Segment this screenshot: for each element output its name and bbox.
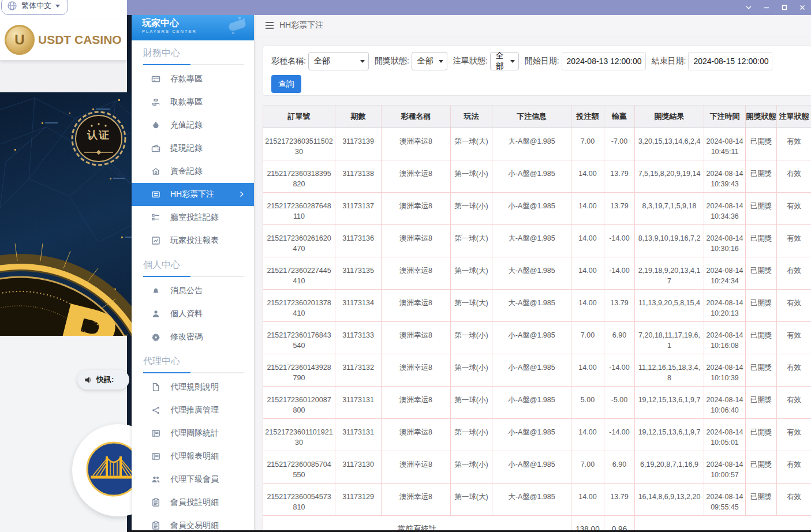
cell: 2152172360143928790 xyxy=(263,354,335,387)
cell: 小-A盤@1.985 xyxy=(492,387,571,419)
sidebar-item-recharge-records[interactable]: 充值記錄 xyxy=(132,114,254,137)
table-footer-row: 當前頁統計138.000.96 xyxy=(263,516,811,532)
sidebar-item-withdraw-zone[interactable]: 取款專區 xyxy=(132,91,254,114)
sidebar-item-hh-lottery-bets[interactable]: HH彩票下注 xyxy=(132,183,254,206)
bets-table: 訂單號期數彩種名稱玩法下注信息投注額輸贏開獎結果下注時間開獎狀態注單狀態 215… xyxy=(263,105,811,532)
sidebar-item-room-bet-records[interactable]: 廳室投註記錄 xyxy=(132,206,254,229)
minimize-icon xyxy=(763,4,770,11)
start-date-input[interactable]: 2024-08-13 12:00:00 xyxy=(562,52,646,70)
language-selector[interactable]: 繁体中文 xyxy=(1,0,68,15)
cell: 2024-08-1410:10:39 xyxy=(704,354,746,387)
cell: 6.90 xyxy=(604,451,635,484)
cell: 第一球(小) xyxy=(451,193,492,225)
cell: 5.00 xyxy=(571,387,604,419)
share-icon xyxy=(151,406,160,415)
cell: 2152172360201378410 xyxy=(263,290,335,322)
left-panel-divider-band xyxy=(0,60,127,92)
cell: 第一球(大) xyxy=(451,225,492,257)
brand-logo: U USDT CASINO xyxy=(0,20,127,60)
cell: -7.00 xyxy=(604,128,635,160)
sidebar-item-agent-rules[interactable]: 代理規則說明 xyxy=(132,376,254,399)
lottery-name-select[interactable]: 全部 xyxy=(308,52,369,70)
certification-badge: 认证 xyxy=(83,128,115,142)
cell: -5.00 xyxy=(604,387,635,419)
cell: 31173129 xyxy=(335,484,382,516)
sidebar-item-label: 個人資料 xyxy=(170,309,203,319)
draw-status-select[interactable]: 全部 xyxy=(412,52,447,70)
sidebar-item-agent-sub-members[interactable]: 代理下級會員 xyxy=(132,468,254,491)
sidebar-item-fund-records[interactable]: 資金記錄 xyxy=(132,160,254,183)
table-row: 215217236035115023031173139澳洲幸运8第一球(大)大-… xyxy=(263,128,811,160)
sidebar-sections: 財務中心存款專區取款專區充值記錄提現記錄資金記錄HH彩票下注廳室投註記錄玩家投注… xyxy=(132,47,254,532)
column-header: 開獎結果 xyxy=(635,106,704,128)
cell: 第一球(大) xyxy=(451,257,492,290)
sidebar-item-player-bet-report[interactable]: 玩家投注報表 xyxy=(132,229,254,252)
sidebar-item-agent-report-detail[interactable]: 代理報表明細 xyxy=(132,445,254,468)
close-icon xyxy=(799,4,806,11)
end-date-input[interactable]: 2024-08-15 12:00:00 xyxy=(688,52,772,70)
caret-down-icon xyxy=(439,60,443,63)
cell: 19,12,15,13,6,1,9,7 xyxy=(635,387,704,419)
cell: 13.79 xyxy=(604,290,635,322)
cell: 已開獎 xyxy=(746,419,777,451)
sidebar-item-member-bet-detail[interactable]: 會員投註明細 xyxy=(132,491,254,514)
hamburger-menu-icon[interactable] xyxy=(266,22,274,29)
cell: 澳洲幸运8 xyxy=(382,354,451,387)
cell: 澳洲幸运8 xyxy=(382,322,451,354)
window-minimize-button[interactable] xyxy=(757,0,775,15)
cell: 有效 xyxy=(777,290,811,322)
gamepad-icon xyxy=(226,17,248,34)
cell: 11,12,16,15,18,3,4,8 xyxy=(635,354,704,387)
id-card-icon xyxy=(151,429,160,438)
sidebar-item-agent-promotion[interactable]: 代理推廣管理 xyxy=(132,399,254,422)
cell: 有效 xyxy=(777,225,811,257)
window-close-button[interactable] xyxy=(793,0,811,15)
cell: 大-A盤@1.985 xyxy=(492,290,571,322)
language-label: 繁体中文 xyxy=(21,1,51,11)
sidebar-item-change-password[interactable]: 修改密碼 xyxy=(132,325,254,349)
column-header: 下注信息 xyxy=(492,106,571,128)
sidebar-item-label: 資金記錄 xyxy=(170,166,203,177)
cell: 2152172360227445410 xyxy=(263,257,335,290)
cell: 2152172360085704550 xyxy=(263,451,335,484)
sidebar-item-personal-profile[interactable]: 個人資料 xyxy=(132,302,254,325)
cell: 澳洲幸运8 xyxy=(382,451,451,484)
sidebar-item-label: 取款專區 xyxy=(170,97,203,107)
table-row: 215217236011019213031173131澳洲幸运8第一球(小)小-… xyxy=(263,419,811,451)
footer-win-total: 0.96 xyxy=(604,516,635,532)
sidebar-item-label: HH彩票下注 xyxy=(170,189,214,200)
column-header: 玩法 xyxy=(451,106,492,128)
cell: 2152172360287648110 xyxy=(263,193,335,225)
moneybag-icon xyxy=(151,121,160,130)
sidebar-item-member-trade-detail[interactable]: 會員交易明細 xyxy=(132,514,254,532)
sidebar-item-withdrawal-records[interactable]: 提現記錄 xyxy=(132,137,254,160)
sidebar: 玩家中心 PLAYERS CENTER 財務中心存款專區取款專區充值記錄提現記錄… xyxy=(132,15,254,532)
cell: 有效 xyxy=(777,160,811,193)
cell: 31173131 xyxy=(335,387,382,419)
cell: 第一球(小) xyxy=(451,354,492,387)
search-button[interactable]: 查詢 xyxy=(271,75,301,93)
sidebar-item-deposit-zone[interactable]: 存款專區 xyxy=(132,68,254,91)
sidebar-item-label: 代理團隊統計 xyxy=(170,428,219,439)
sidebar-item-label: 代理推廣管理 xyxy=(170,405,219,415)
cell: 2024-08-1409:55:45 xyxy=(704,484,746,516)
filter-label-draw-status: 開獎狀態: xyxy=(375,56,409,66)
cell: 已開獎 xyxy=(746,128,777,160)
sidebar-item-label: 會員交易明細 xyxy=(170,520,219,531)
bets-table-card: 訂單號期數彩種名稱玩法下注信息投注額輸贏開獎結果下注時間開獎狀態注單狀態 215… xyxy=(263,105,811,532)
cell: 2024-08-1410:16:08 xyxy=(704,322,746,354)
cell: 31173130 xyxy=(335,451,382,484)
order-status-select[interactable]: 全部 xyxy=(490,52,519,70)
window-collapse-button[interactable] xyxy=(739,0,757,15)
sidebar-item-message-announcements[interactable]: 消息公告 xyxy=(132,279,254,302)
user-icon xyxy=(151,309,160,319)
cell: 6,19,20,8,7,1,16,9 xyxy=(635,451,704,484)
filter-label-start-date: 開始日期: xyxy=(525,56,559,66)
section-divider xyxy=(143,276,244,277)
sidebar-item-agent-team-stats[interactable]: 代理團隊統計 xyxy=(132,422,254,445)
bell-icon xyxy=(151,286,160,295)
window-maximize-button[interactable] xyxy=(775,0,793,15)
news-label: 快訊: xyxy=(96,374,114,385)
left-promo-panel: U USDT CASINO 繁体中文 xyxy=(0,0,132,532)
cell: 有效 xyxy=(777,128,811,160)
